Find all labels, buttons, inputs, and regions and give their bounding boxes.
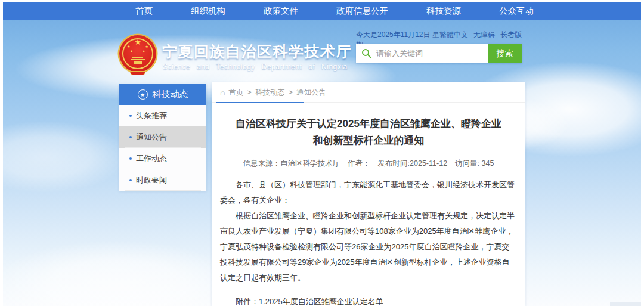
sidebar-menu: 头条推荐 通知公告 工作动态 时政要闻 [119, 105, 206, 191]
breadcrumb-section[interactable]: 科技动态 [255, 88, 285, 98]
meta-author: 作者： [348, 159, 370, 169]
corner-widget [610, 302, 641, 306]
nav-item-policy[interactable]: 政策文件 [264, 5, 298, 17]
top-navbar: 首页 组织机构 政策文件 政府信息公开 科技资源 公众互动 [3, 2, 641, 20]
bullet-icon [129, 115, 132, 117]
search-input[interactable] [356, 44, 488, 63]
meta-visits: 访问量: 345 [455, 159, 494, 169]
sidebar-title[interactable]: ★ 科技动态 [119, 84, 206, 105]
attachment-list: 1.2025年度自治区雏鹰企业认定名单 2.2025年度自治区瞪羚企业认定名单 … [259, 296, 407, 306]
breadcrumb-home[interactable]: 首页 [228, 88, 243, 98]
site-subtitle: Science and Technology Department of Nin… [163, 63, 348, 71]
nav-item-resources[interactable]: 科技资源 [426, 5, 461, 17]
national-emblem-icon: ★ ★★ ★★ [119, 35, 156, 72]
site-title: 宁夏回族自治区科学技术厅 [162, 42, 352, 61]
article-title-line1: 自治区科技厅关于认定2025年度自治区雏鹰企业、瞪羚企业 [220, 116, 517, 132]
attachments: 附件： 1.2025年度自治区雏鹰企业认定名单 2.2025年度自治区瞪羚企业认… [236, 296, 517, 306]
main-content: ⌂ 首页 > 科技动态 > 通知公告 自治区科技厅关于认定2025年度自治区雏鹰… [212, 82, 525, 306]
bullet-icon [129, 179, 132, 181]
nav-item-interaction[interactable]: 公众互动 [499, 5, 534, 17]
article-paragraph: 各市、县（区）科技管理部门，宁东能源化工基地管委会，银川经济技术开发区管委会，各… [220, 177, 517, 208]
attachment-item-1[interactable]: 1.2025年度自治区雏鹰企业认定名单 [259, 296, 407, 306]
sidebar-item-notices[interactable]: 通知公告 [119, 126, 206, 148]
meta-publish-time: 发布时间:2025-11-12 [378, 159, 448, 169]
search-bar: 搜索 [356, 44, 522, 63]
bullet-icon [129, 136, 132, 138]
sidebar-item-headlines[interactable]: 头条推荐 [119, 105, 206, 126]
meta-source: 信息来源：自治区科学技术厅 [243, 159, 340, 169]
article-paragraph: 根据自治区雏鹰企业、瞪羚企业和创新型标杆企业认定管理有关规定，决定认定半亩良人农… [220, 208, 517, 286]
sidebar-title-label: 科技动态 [153, 89, 188, 100]
home-icon[interactable]: ⌂ [220, 89, 225, 96]
article-body: 各市、县（区）科技管理部门，宁东能源化工基地管委会，银川经济技术开发区管委会，各… [220, 177, 517, 286]
breadcrumb: ⌂ 首页 > 科技动态 > 通知公告 [220, 82, 517, 103]
attachments-label: 附件： [236, 296, 259, 306]
sidebar-item-label: 通知公告 [136, 132, 167, 143]
nav-item-gov-info[interactable]: 政府信息公开 [336, 5, 388, 17]
search-box [356, 44, 488, 63]
site-logo[interactable]: ★ ★★ ★★ [119, 35, 157, 77]
article-meta: 信息来源：自治区科学技术厅 作者： 发布时间:2025-11-12 访问量: 3… [220, 159, 517, 169]
cloud-decoration [0, 121, 128, 193]
sidebar-item-label: 工作动态 [136, 153, 167, 164]
nav-item-home[interactable]: 首页 [135, 5, 153, 17]
breadcrumb-separator: > [289, 88, 293, 97]
breadcrumb-current[interactable]: 通知公告 [296, 88, 326, 98]
page: 首页 组织机构 政策文件 政府信息公开 科技资源 公众互动 ★ ★★ ★★ 宁夏… [0, 0, 644, 306]
article-title: 自治区科技厅关于认定2025年度自治区雏鹰企业、瞪羚企业 和创新型标杆企业的通知 [220, 116, 517, 149]
nav-item-organization[interactable]: 组织机构 [191, 5, 225, 17]
sidebar-item-current-affairs[interactable]: 时政要闻 [119, 169, 206, 191]
article-title-line2: 和创新型标杆企业的通知 [220, 132, 517, 149]
search-button[interactable]: 搜索 [488, 44, 522, 63]
sidebar-item-label: 时政要闻 [136, 175, 167, 186]
sidebar: ★ 科技动态 头条推荐 通知公告 工作动态 时政要闻 [119, 84, 206, 191]
cloud-decoration [0, 240, 242, 306]
sidebar-item-work-updates[interactable]: 工作动态 [119, 148, 206, 169]
breadcrumb-separator: > [247, 88, 251, 97]
sidebar-item-label: 头条推荐 [136, 110, 167, 121]
star-circle-icon: ★ [138, 89, 148, 100]
bullet-icon [129, 157, 132, 160]
